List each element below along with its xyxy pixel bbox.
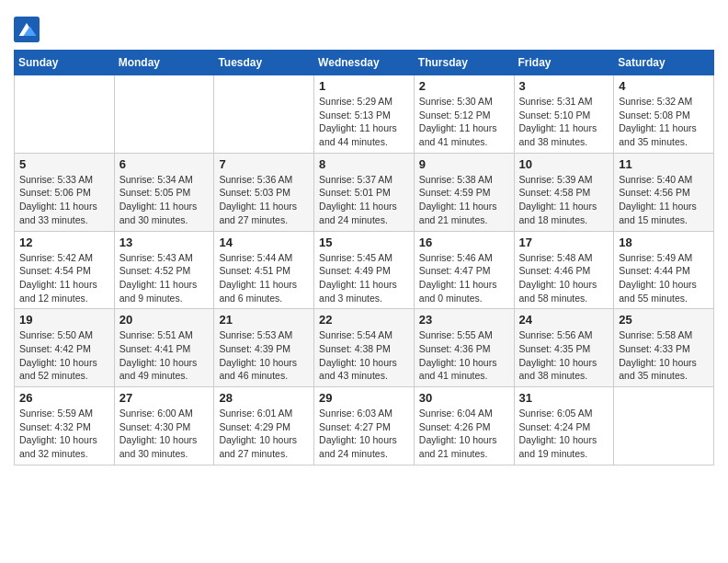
calendar-cell: 6Sunrise: 5:34 AMSunset: 5:05 PMDaylight…: [114, 153, 214, 231]
day-number: 28: [219, 391, 309, 405]
week-row-1: 5Sunrise: 5:33 AMSunset: 5:06 PMDaylight…: [15, 153, 714, 231]
calendar-cell: 15Sunrise: 5:45 AMSunset: 4:49 PMDayligh…: [314, 231, 415, 309]
calendar-cell: [114, 75, 214, 154]
day-number: 9: [419, 157, 509, 171]
day-info: Sunrise: 5:33 AMSunset: 5:06 PMDaylight:…: [19, 173, 109, 227]
day-info: Sunrise: 5:56 AMSunset: 4:35 PMDaylight:…: [519, 328, 609, 383]
week-row-3: 19Sunrise: 5:50 AMSunset: 4:42 PMDayligh…: [15, 309, 714, 387]
calendar-cell: 25Sunrise: 5:58 AMSunset: 4:33 PMDayligh…: [614, 309, 714, 387]
header-thursday: Thursday: [414, 51, 514, 75]
day-number: 27: [119, 391, 210, 405]
day-info: Sunrise: 5:31 AMSunset: 5:10 PMDaylight:…: [519, 95, 609, 149]
calendar-cell: 27Sunrise: 6:00 AMSunset: 4:30 PMDayligh…: [114, 387, 214, 465]
calendar-cell: 9Sunrise: 5:38 AMSunset: 4:59 PMDaylight…: [414, 153, 514, 231]
day-info: Sunrise: 5:58 AMSunset: 4:33 PMDaylight:…: [619, 328, 709, 383]
day-info: Sunrise: 5:39 AMSunset: 4:58 PMDaylight:…: [519, 173, 609, 227]
day-number: 31: [519, 391, 609, 405]
day-info: Sunrise: 5:29 AMSunset: 5:13 PMDaylight:…: [319, 95, 409, 149]
day-number: 14: [219, 236, 309, 249]
calendar-table: SundayMondayTuesdayWednesdayThursdayFrid…: [14, 50, 714, 465]
calendar-cell: 28Sunrise: 6:01 AMSunset: 4:29 PMDayligh…: [214, 387, 314, 465]
day-info: Sunrise: 5:54 AMSunset: 4:38 PMDaylight:…: [319, 328, 409, 383]
week-row-2: 12Sunrise: 5:42 AMSunset: 4:54 PMDayligh…: [15, 231, 714, 309]
calendar-cell: 16Sunrise: 5:46 AMSunset: 4:47 PMDayligh…: [414, 231, 514, 309]
logo-icon: [14, 17, 40, 42]
calendar-body: 1Sunrise: 5:29 AMSunset: 5:13 PMDaylight…: [15, 75, 714, 465]
calendar-cell: 8Sunrise: 5:37 AMSunset: 5:01 PMDaylight…: [314, 153, 415, 231]
header-saturday: Saturday: [614, 51, 714, 75]
day-number: 5: [19, 157, 109, 171]
day-number: 23: [419, 313, 509, 327]
day-info: Sunrise: 5:51 AMSunset: 4:41 PMDaylight:…: [119, 328, 210, 383]
day-number: 30: [419, 391, 509, 405]
calendar-cell: 13Sunrise: 5:43 AMSunset: 4:52 PMDayligh…: [114, 231, 214, 309]
calendar-cell: 2Sunrise: 5:30 AMSunset: 5:12 PMDaylight…: [414, 75, 514, 154]
calendar-cell: 11Sunrise: 5:40 AMSunset: 4:56 PMDayligh…: [614, 153, 714, 231]
calendar-cell: 18Sunrise: 5:49 AMSunset: 4:44 PMDayligh…: [614, 231, 714, 309]
day-info: Sunrise: 5:37 AMSunset: 5:01 PMDaylight:…: [319, 173, 409, 227]
calendar-cell: [214, 75, 314, 154]
day-number: 2: [419, 79, 509, 93]
day-info: Sunrise: 5:44 AMSunset: 4:51 PMDaylight:…: [219, 251, 309, 305]
day-number: 20: [119, 313, 210, 327]
day-number: 6: [119, 157, 210, 171]
day-number: 11: [619, 157, 709, 171]
calendar-cell: 5Sunrise: 5:33 AMSunset: 5:06 PMDaylight…: [15, 153, 115, 231]
calendar-cell: 20Sunrise: 5:51 AMSunset: 4:41 PMDayligh…: [114, 309, 214, 387]
day-info: Sunrise: 5:45 AMSunset: 4:49 PMDaylight:…: [319, 251, 409, 305]
calendar-cell: 30Sunrise: 6:04 AMSunset: 4:26 PMDayligh…: [414, 387, 514, 465]
day-number: 3: [519, 79, 609, 93]
calendar-cell: 19Sunrise: 5:50 AMSunset: 4:42 PMDayligh…: [15, 309, 115, 387]
header-friday: Friday: [514, 51, 614, 75]
calendar-cell: [15, 75, 115, 154]
day-number: 15: [319, 236, 409, 249]
calendar-cell: 14Sunrise: 5:44 AMSunset: 4:51 PMDayligh…: [214, 231, 314, 309]
day-info: Sunrise: 5:49 AMSunset: 4:44 PMDaylight:…: [619, 251, 709, 305]
calendar-cell: 10Sunrise: 5:39 AMSunset: 4:58 PMDayligh…: [514, 153, 614, 231]
calendar-cell: 26Sunrise: 5:59 AMSunset: 4:32 PMDayligh…: [15, 387, 115, 465]
calendar-cell: 1Sunrise: 5:29 AMSunset: 5:13 PMDaylight…: [314, 75, 415, 154]
day-number: 4: [619, 79, 709, 93]
week-row-4: 26Sunrise: 5:59 AMSunset: 4:32 PMDayligh…: [15, 387, 714, 465]
day-number: 1: [319, 79, 409, 93]
day-number: 7: [219, 157, 309, 171]
header-monday: Monday: [114, 51, 214, 75]
day-info: Sunrise: 5:38 AMSunset: 4:59 PMDaylight:…: [419, 173, 509, 227]
day-info: Sunrise: 5:36 AMSunset: 5:03 PMDaylight:…: [219, 173, 309, 227]
calendar-cell: 17Sunrise: 5:48 AMSunset: 4:46 PMDayligh…: [514, 231, 614, 309]
calendar-cell: 3Sunrise: 5:31 AMSunset: 5:10 PMDaylight…: [514, 75, 614, 154]
logo: [14, 17, 43, 42]
day-number: 26: [19, 391, 109, 405]
calendar-cell: 22Sunrise: 5:54 AMSunset: 4:38 PMDayligh…: [314, 309, 415, 387]
day-info: Sunrise: 5:34 AMSunset: 5:05 PMDaylight:…: [119, 173, 210, 227]
week-row-0: 1Sunrise: 5:29 AMSunset: 5:13 PMDaylight…: [15, 75, 714, 154]
calendar-header: SundayMondayTuesdayWednesdayThursdayFrid…: [15, 51, 714, 75]
day-number: 21: [219, 313, 309, 327]
calendar-cell: 31Sunrise: 6:05 AMSunset: 4:24 PMDayligh…: [514, 387, 614, 465]
day-info: Sunrise: 5:32 AMSunset: 5:08 PMDaylight:…: [619, 95, 709, 149]
day-info: Sunrise: 5:55 AMSunset: 4:36 PMDaylight:…: [419, 328, 509, 383]
calendar-cell: 24Sunrise: 5:56 AMSunset: 4:35 PMDayligh…: [514, 309, 614, 387]
calendar-cell: 21Sunrise: 5:53 AMSunset: 4:39 PMDayligh…: [214, 309, 314, 387]
day-info: Sunrise: 5:43 AMSunset: 4:52 PMDaylight:…: [119, 251, 210, 305]
calendar-cell: 23Sunrise: 5:55 AMSunset: 4:36 PMDayligh…: [414, 309, 514, 387]
day-number: 16: [419, 236, 509, 249]
calendar-cell: 29Sunrise: 6:03 AMSunset: 4:27 PMDayligh…: [314, 387, 415, 465]
day-info: Sunrise: 5:30 AMSunset: 5:12 PMDaylight:…: [419, 95, 509, 149]
calendar-cell: [614, 387, 714, 465]
day-info: Sunrise: 5:53 AMSunset: 4:39 PMDaylight:…: [219, 328, 309, 383]
page-header: [14, 9, 714, 42]
day-info: Sunrise: 6:00 AMSunset: 4:30 PMDaylight:…: [119, 407, 210, 461]
day-info: Sunrise: 6:05 AMSunset: 4:24 PMDaylight:…: [519, 407, 609, 461]
day-number: 29: [319, 391, 409, 405]
day-number: 17: [519, 236, 609, 249]
day-number: 18: [619, 236, 709, 249]
calendar-cell: 7Sunrise: 5:36 AMSunset: 5:03 PMDaylight…: [214, 153, 314, 231]
header-wednesday: Wednesday: [314, 51, 415, 75]
day-info: Sunrise: 5:50 AMSunset: 4:42 PMDaylight:…: [19, 328, 109, 383]
day-info: Sunrise: 6:04 AMSunset: 4:26 PMDaylight:…: [419, 407, 509, 461]
day-number: 22: [319, 313, 409, 327]
calendar-cell: 4Sunrise: 5:32 AMSunset: 5:08 PMDaylight…: [614, 75, 714, 154]
day-number: 13: [119, 236, 210, 249]
day-number: 19: [19, 313, 109, 327]
